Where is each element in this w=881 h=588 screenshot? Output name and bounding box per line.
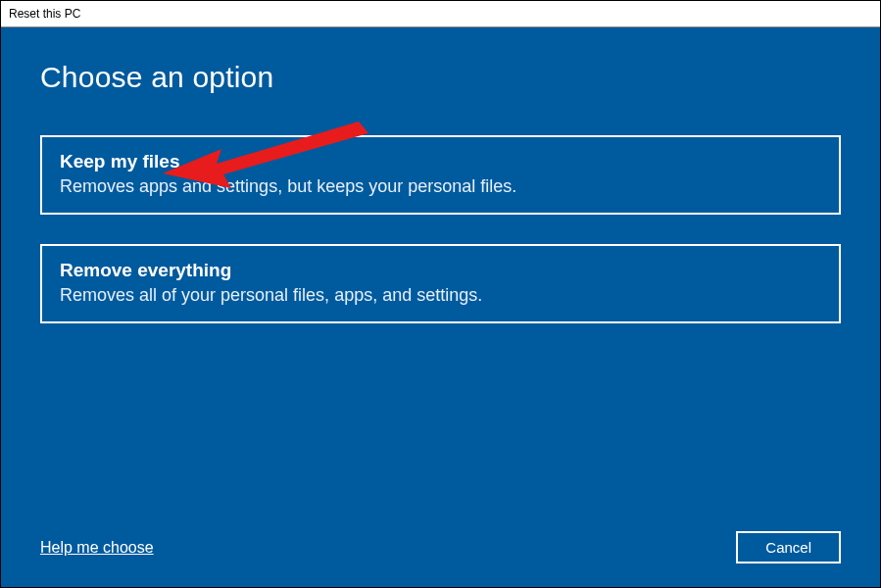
help-me-choose-link[interactable]: Help me choose: [40, 539, 154, 557]
cancel-button[interactable]: Cancel: [736, 531, 841, 564]
titlebar: Reset this PC: [1, 1, 880, 27]
window-title: Reset this PC: [9, 7, 80, 21]
content-area: Choose an option Keep my files Removes a…: [1, 27, 880, 587]
reset-pc-window: Reset this PC Choose an option Keep my f…: [0, 0, 881, 588]
option-remove-everything[interactable]: Remove everything Removes all of your pe…: [40, 244, 841, 323]
option-description: Removes all of your personal files, apps…: [60, 285, 821, 306]
option-keep-my-files[interactable]: Keep my files Removes apps and settings,…: [40, 135, 841, 215]
options-list: Keep my files Removes apps and settings,…: [40, 135, 841, 323]
option-title: Remove everything: [60, 260, 821, 281]
option-title: Keep my files: [60, 151, 821, 172]
option-description: Removes apps and settings, but keeps you…: [60, 176, 821, 197]
page-title: Choose an option: [40, 61, 841, 94]
footer: Help me choose Cancel: [40, 521, 841, 564]
